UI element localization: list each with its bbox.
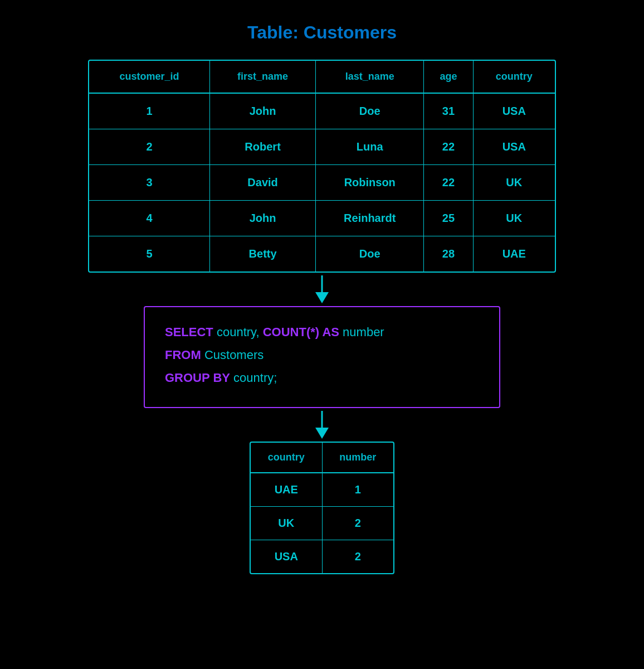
page-title: Table: Customers — [247, 22, 397, 43]
table-cell: 1 — [89, 93, 210, 129]
table-cell: Robert — [210, 129, 316, 165]
col-header-first-name: first_name — [210, 61, 316, 93]
table-cell: Doe — [316, 236, 424, 272]
table-cell: 28 — [424, 236, 473, 272]
table-cell: John — [210, 201, 316, 236]
table-cell: David — [210, 165, 316, 201]
table-cell: John — [210, 93, 316, 129]
result-table-cell: 1 — [322, 473, 393, 507]
table-row: 1JohnDoe31USA — [89, 93, 555, 129]
sql-from-text: Customers — [204, 348, 264, 362]
col-header-customer-id: customer_id — [89, 61, 210, 93]
result-col-header-number: number — [322, 443, 393, 473]
page-container: Table: Customers customer_id first_name … — [0, 22, 644, 574]
sql-line-1: SELECT country, COUNT(*) AS number — [165, 323, 479, 341]
sql-select-text: country, — [217, 325, 263, 339]
table-cell: 2 — [89, 129, 210, 165]
table-cell: 25 — [424, 201, 473, 236]
sql-query-box: SELECT country, COUNT(*) AS number FROM … — [144, 306, 500, 408]
table-cell: UAE — [473, 236, 555, 272]
sql-count-keyword: COUNT(*) AS — [263, 325, 339, 339]
result-table-cell: UAE — [251, 473, 322, 507]
table-cell: 22 — [424, 129, 473, 165]
result-col-header-country: country — [251, 443, 322, 473]
customers-table-wrapper: customer_id first_name last_name age cou… — [88, 60, 556, 273]
result-table-cell: USA — [251, 540, 322, 574]
table-cell: Reinhardt — [316, 201, 424, 236]
result-table-wrapper: country number UAE1UK2USA2 — [250, 442, 394, 574]
result-table-cell: UK — [251, 507, 322, 540]
arrow-down-1 — [311, 273, 333, 306]
table-cell: Robinson — [316, 165, 424, 201]
table-row: UAE1 — [251, 473, 393, 507]
sql-line-3: GROUP BY country; — [165, 369, 479, 387]
sql-select-keyword: SELECT — [165, 325, 213, 339]
table-cell: Betty — [210, 236, 316, 272]
col-header-age: age — [424, 61, 473, 93]
sql-line-2: FROM Customers — [165, 346, 479, 364]
table-row: 4JohnReinhardt25UK — [89, 201, 555, 236]
table-cell: 4 — [89, 201, 210, 236]
sql-groupby-keyword: GROUP BY — [165, 371, 230, 385]
table-cell: USA — [473, 129, 555, 165]
table-cell: 22 — [424, 165, 473, 201]
result-table-cell: 2 — [322, 540, 393, 574]
col-header-last-name: last_name — [316, 61, 424, 93]
arrow-down-2 — [311, 408, 333, 442]
customers-table-header-row: customer_id first_name last_name age cou… — [89, 61, 555, 93]
svg-marker-1 — [315, 292, 329, 303]
table-cell: 5 — [89, 236, 210, 272]
sql-groupby-text: country; — [233, 371, 277, 385]
table-cell: UK — [473, 201, 555, 236]
customers-table: customer_id first_name last_name age cou… — [89, 61, 555, 272]
table-cell: USA — [473, 93, 555, 129]
table-row: UK2 — [251, 507, 393, 540]
result-table: country number UAE1UK2USA2 — [251, 443, 393, 573]
result-table-cell: 2 — [322, 507, 393, 540]
table-row: 5BettyDoe28UAE — [89, 236, 555, 272]
table-cell: Luna — [316, 129, 424, 165]
svg-marker-3 — [315, 428, 329, 439]
table-cell: 3 — [89, 165, 210, 201]
table-cell: UK — [473, 165, 555, 201]
table-row: 3DavidRobinson22UK — [89, 165, 555, 201]
table-cell: 31 — [424, 93, 473, 129]
table-row: USA2 — [251, 540, 393, 574]
table-cell: Doe — [316, 93, 424, 129]
sql-from-keyword: FROM — [165, 348, 201, 362]
col-header-country: country — [473, 61, 555, 93]
result-table-header-row: country number — [251, 443, 393, 473]
table-row: 2RobertLuna22USA — [89, 129, 555, 165]
sql-number-text: number — [343, 325, 384, 339]
